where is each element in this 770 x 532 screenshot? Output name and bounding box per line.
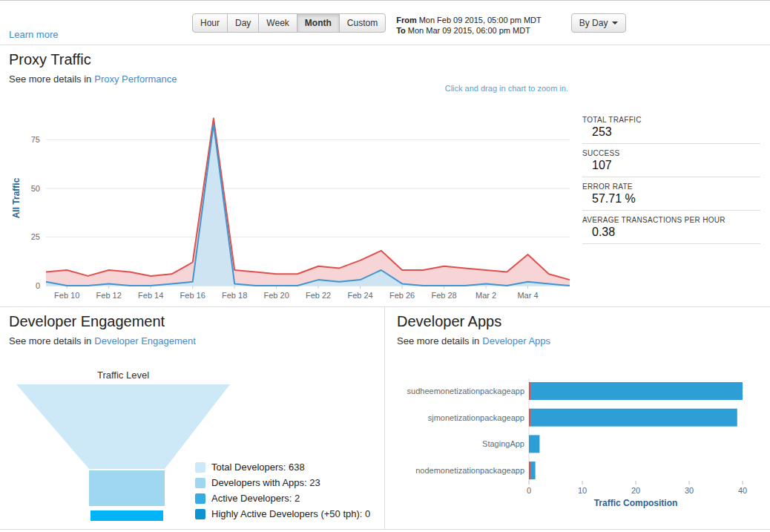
stat-label: TOTAL TRAFFIC bbox=[582, 116, 760, 124]
funnel-legend: Total Developers: 638 Developers with Ap… bbox=[195, 462, 382, 524]
legend-item-highly-active-developers: Highly Active Developers (+50 tph): 0 bbox=[195, 508, 382, 519]
developer-apps-subtitle: See more details inDeveloper Apps bbox=[397, 335, 770, 347]
svg-text:Feb 16: Feb 16 bbox=[180, 291, 205, 300]
analytics-dashboard: Learn more Hour Day Week Month Custom Fr… bbox=[0, 0, 770, 532]
svg-text:0: 0 bbox=[527, 486, 531, 495]
legend-label: Active Developers: 2 bbox=[211, 493, 300, 504]
proxy-traffic-subtitle: See more details inProxy Performance bbox=[9, 73, 770, 85]
svg-text:Feb 20: Feb 20 bbox=[264, 291, 289, 300]
stat-success: SUCCESS 107 bbox=[582, 147, 760, 177]
range-controls: Hour Day Week Month Custom FromMon Feb 0… bbox=[192, 13, 626, 36]
subtitle-text: See more details in bbox=[9, 73, 91, 85]
proxy-traffic-title: Proxy Traffic bbox=[0, 45, 770, 68]
range-button-group: Hour Day Week Month Custom bbox=[192, 13, 386, 33]
date-to: ToMon Mar 09 2015, 06:00 pm MDT bbox=[396, 25, 542, 36]
stat-label: SUCCESS bbox=[582, 149, 760, 157]
stat-label: ERROR RATE bbox=[582, 183, 760, 191]
caret-down-icon bbox=[612, 22, 618, 24]
svg-text:75: 75 bbox=[31, 135, 40, 144]
stat-value: 107 bbox=[582, 159, 760, 172]
proxy-performance-link[interactable]: Proxy Performance bbox=[94, 73, 177, 85]
svg-text:Feb 14: Feb 14 bbox=[138, 291, 163, 300]
interval-dropdown-label: By Day bbox=[579, 18, 608, 28]
subtitle-text: See more details in bbox=[397, 335, 479, 347]
svg-text:Feb 18: Feb 18 bbox=[222, 291, 247, 300]
stat-value: 0.38 bbox=[582, 226, 760, 239]
topbar: Learn more Hour Day Week Month Custom Fr… bbox=[0, 1, 770, 45]
developer-engagement-link[interactable]: Developer Engagement bbox=[94, 335, 196, 347]
funnel-title: Traffic Level bbox=[13, 370, 233, 381]
date-from-label: From bbox=[396, 16, 417, 24]
developer-engagement-section: Developer Engagement See more details in… bbox=[0, 307, 385, 529]
developer-apps-chart[interactable]: sudheemonetizationpackageappsjmonetizati… bbox=[392, 375, 767, 509]
legend-swatch bbox=[195, 493, 205, 504]
legend-item-active-developers: Active Developers: 2 bbox=[195, 493, 382, 504]
svg-text:Feb 28: Feb 28 bbox=[431, 291, 456, 300]
developer-apps-title: Developer Apps bbox=[385, 307, 770, 330]
svg-text:All Traffic: All Traffic bbox=[11, 177, 22, 218]
stat-value: 57.71 % bbox=[582, 192, 760, 206]
date-from: FromMon Feb 09 2015, 05:00 pm MDT bbox=[396, 15, 542, 25]
svg-text:sudheemonetizationpackageapp: sudheemonetizationpackageapp bbox=[407, 387, 524, 395]
legend-label: Highly Active Developers (+50 tph): 0 bbox=[211, 508, 370, 519]
svg-text:10: 10 bbox=[578, 486, 587, 495]
svg-text:Feb 10: Feb 10 bbox=[54, 291, 79, 300]
proxy-traffic-chart[interactable]: 0255075Feb 10Feb 12Feb 14Feb 16Feb 18Feb… bbox=[0, 103, 575, 303]
proxy-traffic-section: Proxy Traffic See more details inProxy P… bbox=[0, 45, 770, 307]
svg-text:Mar 2: Mar 2 bbox=[476, 291, 496, 300]
date-from-value: Mon Feb 09 2015, 05:00 pm MDT bbox=[419, 16, 542, 24]
svg-text:Feb 26: Feb 26 bbox=[389, 291, 415, 300]
bottom-row: Developer Engagement See more details in… bbox=[0, 307, 770, 530]
svg-text:sjmonetizationpackageapp: sjmonetizationpackageapp bbox=[428, 413, 524, 422]
svg-text:25: 25 bbox=[31, 232, 40, 241]
subtitle-text: See more details in bbox=[9, 335, 91, 347]
stat-error-rate: ERROR RATE 57.71 % bbox=[582, 180, 760, 211]
developer-apps-section: Developer Apps See more details inDevelo… bbox=[385, 307, 770, 529]
svg-text:Traffic Composition: Traffic Composition bbox=[594, 498, 678, 508]
legend-label: Developers with Apps: 23 bbox=[211, 477, 320, 488]
stat-label: AVERAGE TRANSACTIONS PER HOUR bbox=[582, 216, 760, 224]
svg-text:StagingApp: StagingApp bbox=[482, 439, 524, 448]
svg-text:50: 50 bbox=[31, 184, 40, 193]
svg-text:Feb 22: Feb 22 bbox=[306, 291, 331, 300]
developer-apps-link[interactable]: Developer Apps bbox=[482, 335, 550, 347]
legend-item-developers-with-apps: Developers with Apps: 23 bbox=[195, 477, 382, 488]
date-range: FromMon Feb 09 2015, 05:00 pm MDT ToMon … bbox=[396, 15, 542, 36]
range-hour-button[interactable]: Hour bbox=[192, 13, 228, 33]
developer-engagement-subtitle: See more details inDeveloper Engagement bbox=[9, 335, 384, 347]
svg-text:0: 0 bbox=[36, 281, 40, 290]
developer-engagement-title: Developer Engagement bbox=[0, 307, 384, 330]
zoom-hint: Click and drag in chart to zoom in. bbox=[445, 84, 568, 93]
svg-text:20: 20 bbox=[631, 486, 640, 495]
legend-swatch bbox=[195, 462, 205, 473]
range-month-button[interactable]: Month bbox=[297, 13, 340, 33]
traffic-stats-panel: TOTAL TRAFFIC 253 SUCCESS 107 ERROR RATE… bbox=[582, 114, 760, 247]
svg-text:40: 40 bbox=[738, 486, 747, 495]
svg-text:Feb 12: Feb 12 bbox=[96, 291, 122, 300]
svg-text:Mar 4: Mar 4 bbox=[517, 291, 538, 300]
legend-swatch bbox=[195, 478, 205, 488]
range-custom-button[interactable]: Custom bbox=[339, 13, 386, 33]
range-day-button[interactable]: Day bbox=[227, 13, 259, 33]
svg-text:30: 30 bbox=[685, 486, 694, 495]
stat-value: 253 bbox=[582, 125, 760, 139]
range-week-button[interactable]: Week bbox=[258, 13, 297, 33]
interval-dropdown-button[interactable]: By Day bbox=[571, 13, 627, 33]
legend-label: Total Developers: 638 bbox=[211, 462, 305, 473]
stat-total-traffic: TOTAL TRAFFIC 253 bbox=[582, 114, 760, 144]
learn-more-link[interactable]: Learn more bbox=[9, 29, 58, 40]
svg-text:nodemonetizationpackageapp: nodemonetizationpackageapp bbox=[415, 466, 524, 475]
date-to-label: To bbox=[396, 26, 406, 35]
legend-swatch bbox=[195, 509, 205, 519]
date-to-value: Mon Mar 09 2015, 06:00 pm MDT bbox=[408, 26, 530, 35]
svg-text:Feb 24: Feb 24 bbox=[347, 291, 372, 300]
legend-item-total-developers: Total Developers: 638 bbox=[195, 462, 382, 473]
stat-avg-tph: AVERAGE TRANSACTIONS PER HOUR 0.38 bbox=[582, 214, 760, 244]
